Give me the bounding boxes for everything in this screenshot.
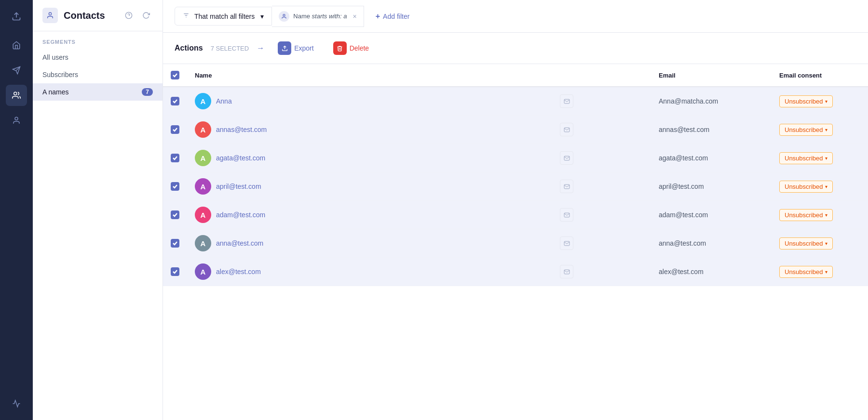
nav-icon-contacts-single[interactable]: [6, 110, 27, 131]
nav-icon-analytics[interactable]: [6, 393, 27, 414]
contact-name-link[interactable]: anna@test.com: [216, 239, 263, 247]
sidebar-item-all-users[interactable]: All users: [33, 49, 163, 66]
email-icon[interactable]: [560, 180, 573, 193]
row-checkbox-cell[interactable]: [163, 87, 187, 116]
row-checkbox[interactable]: [171, 239, 179, 248]
consent-badge[interactable]: Unsubscribed ▾: [779, 209, 833, 221]
nav-icon-upload[interactable]: [6, 6, 27, 27]
consent-badge[interactable]: Unsubscribed ▾: [779, 266, 833, 278]
sidebar-header: Contacts: [33, 0, 163, 31]
nav-icon-home[interactable]: [6, 35, 27, 56]
table-row: A agata@test.com agata@test.com Unsubscr…: [163, 144, 868, 172]
row-name-cell: A agata@test.com: [187, 144, 482, 172]
email-icon[interactable]: [560, 123, 573, 136]
row-checkbox-cell[interactable]: [163, 116, 187, 144]
email-icon[interactable]: [560, 208, 573, 222]
row-email-cell: anna@test.com: [651, 229, 772, 258]
row-email-cell: annas@test.com: [651, 116, 772, 144]
export-button[interactable]: Export: [272, 39, 319, 58]
row-checkbox-cell[interactable]: [163, 258, 187, 286]
sidebar-item-subscribers[interactable]: Subscribers: [33, 66, 163, 83]
row-checkbox[interactable]: [171, 154, 179, 162]
email-icon[interactable]: [560, 151, 573, 165]
contact-name-link[interactable]: agata@test.com: [216, 154, 265, 162]
filter-chip: Name starts with: a ×: [272, 6, 364, 27]
consent-badge[interactable]: Unsubscribed ▾: [779, 152, 833, 164]
contacts-table-container: Name Email Email consent A Anna: [163, 64, 868, 420]
sidebar-top-icons: [122, 9, 153, 22]
row-email-cell: adam@test.com: [651, 201, 772, 229]
row-consent-cell: Unsubscribed ▾: [772, 116, 868, 144]
row-checkbox-cell[interactable]: [163, 172, 187, 201]
filter-match-dropdown[interactable]: That match all filters ▾: [175, 7, 272, 26]
row-checkbox-cell[interactable]: [163, 229, 187, 258]
row-email-cell: Anna@matcha.com: [651, 87, 772, 116]
segments-label: SEGMENTS: [33, 31, 163, 49]
name-column-header: Name: [187, 64, 482, 87]
row-name-cell: A april@test.com: [187, 172, 482, 201]
row-email-cell: april@test.com: [651, 172, 772, 201]
table-row: A adam@test.com adam@test.com Unsubscrib…: [163, 201, 868, 229]
avatar: A: [195, 263, 211, 280]
refresh-icon[interactable]: [139, 9, 153, 22]
row-consent-cell: Unsubscribed ▾: [772, 229, 868, 258]
filter-match-chevron: ▾: [260, 13, 264, 20]
avatar: A: [195, 150, 211, 166]
sidebar-item-a-names[interactable]: A names 7: [33, 83, 163, 101]
table-row: A anna@test.com anna@test.com Unsubscrib…: [163, 229, 868, 258]
contact-name-link[interactable]: alex@test.com: [216, 268, 261, 276]
table-row: A annas@test.com annas@test.com Unsubscr…: [163, 116, 868, 144]
contact-name-link[interactable]: adam@test.com: [216, 211, 265, 219]
delete-icon: [333, 41, 347, 55]
row-checkbox-cell[interactable]: [163, 144, 187, 172]
row-checkbox[interactable]: [171, 182, 179, 191]
filter-chip-close[interactable]: ×: [353, 13, 357, 20]
row-checkbox[interactable]: [171, 267, 179, 276]
help-icon[interactable]: [122, 9, 136, 22]
sidebar-title: Contacts: [64, 10, 105, 21]
row-checkbox-cell[interactable]: [163, 201, 187, 229]
row-checkbox[interactable]: [171, 210, 179, 219]
export-icon: [278, 41, 291, 55]
email-icon[interactable]: [560, 236, 573, 250]
add-filter-button[interactable]: + Add filter: [368, 7, 418, 26]
row-consent-cell: Unsubscribed ▾: [772, 172, 868, 201]
filter-chip-text: Name starts with: a: [293, 13, 347, 20]
row-consent-cell: Unsubscribed ▾: [772, 201, 868, 229]
row-name-cell: A adam@test.com: [187, 201, 482, 229]
actions-selected-count: 7 SELECTED: [211, 45, 249, 52]
nav-bar: [0, 0, 33, 420]
select-all-checkbox[interactable]: [171, 71, 179, 79]
svg-point-3: [14, 92, 17, 95]
avatar: A: [195, 93, 211, 109]
email-icon[interactable]: [560, 94, 573, 108]
row-name-cell: A annas@test.com: [187, 116, 482, 144]
consent-badge[interactable]: Unsubscribed ▾: [779, 237, 833, 249]
nav-icon-campaigns[interactable]: [6, 60, 27, 81]
consent-badge[interactable]: Unsubscribed ▾: [779, 124, 833, 136]
email-column-header-label: Email: [651, 64, 772, 87]
filter-bar: That match all filters ▾ Name starts wit…: [163, 0, 868, 33]
delete-button[interactable]: Delete: [327, 39, 375, 58]
row-checkbox[interactable]: [171, 97, 179, 105]
table-body: A Anna Anna@matcha.com Unsubscribed ▾: [163, 87, 868, 286]
nav-icon-contacts-group[interactable]: [6, 85, 27, 106]
avatar: A: [195, 207, 211, 223]
email-icon[interactable]: [560, 265, 573, 278]
consent-dropdown-arrow: ▾: [825, 241, 827, 246]
contact-name-link[interactable]: Anna: [216, 97, 232, 105]
consent-dropdown-arrow: ▾: [825, 212, 827, 218]
contact-name-link[interactable]: april@test.com: [216, 183, 261, 190]
row-email-icon-cell: [482, 87, 651, 116]
svg-point-4: [15, 117, 18, 120]
contact-name-link[interactable]: annas@test.com: [216, 126, 267, 133]
select-all-header[interactable]: [163, 64, 187, 87]
sidebar: Contacts SEGMENTS All users Subscribers …: [33, 0, 163, 420]
filter-icon: [183, 12, 190, 20]
row-email-icon-cell: [482, 172, 651, 201]
row-email-cell: alex@test.com: [651, 258, 772, 286]
consent-badge[interactable]: Unsubscribed ▾: [779, 95, 833, 107]
consent-badge[interactable]: Unsubscribed ▾: [779, 181, 833, 193]
actions-label: Actions: [175, 44, 203, 52]
row-checkbox[interactable]: [171, 125, 179, 134]
